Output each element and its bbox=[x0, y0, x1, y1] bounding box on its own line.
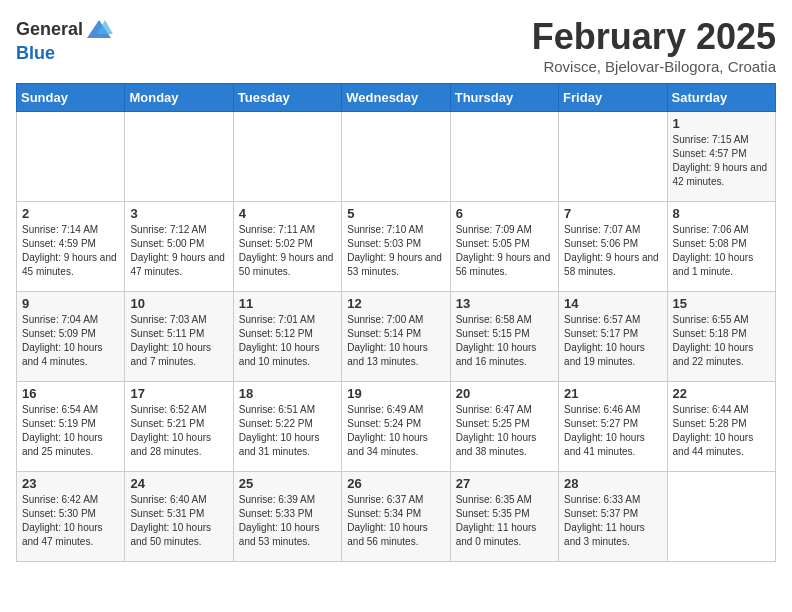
day-number: 20 bbox=[456, 386, 553, 401]
day-info: Sunrise: 7:09 AM Sunset: 5:05 PM Dayligh… bbox=[456, 223, 553, 279]
day-number: 25 bbox=[239, 476, 336, 491]
day-number: 18 bbox=[239, 386, 336, 401]
day-info: Sunrise: 7:12 AM Sunset: 5:00 PM Dayligh… bbox=[130, 223, 227, 279]
calendar-cell: 14Sunrise: 6:57 AM Sunset: 5:17 PM Dayli… bbox=[559, 292, 667, 382]
day-number: 1 bbox=[673, 116, 770, 131]
day-info: Sunrise: 7:10 AM Sunset: 5:03 PM Dayligh… bbox=[347, 223, 444, 279]
calendar-cell: 1Sunrise: 7:15 AM Sunset: 4:57 PM Daylig… bbox=[667, 112, 775, 202]
week-row-2: 2Sunrise: 7:14 AM Sunset: 4:59 PM Daylig… bbox=[17, 202, 776, 292]
calendar-cell bbox=[450, 112, 558, 202]
week-row-4: 16Sunrise: 6:54 AM Sunset: 5:19 PM Dayli… bbox=[17, 382, 776, 472]
day-info: Sunrise: 6:49 AM Sunset: 5:24 PM Dayligh… bbox=[347, 403, 444, 459]
day-number: 8 bbox=[673, 206, 770, 221]
day-info: Sunrise: 7:11 AM Sunset: 5:02 PM Dayligh… bbox=[239, 223, 336, 279]
calendar-cell bbox=[17, 112, 125, 202]
day-number: 11 bbox=[239, 296, 336, 311]
day-number: 13 bbox=[456, 296, 553, 311]
day-number: 3 bbox=[130, 206, 227, 221]
day-number: 4 bbox=[239, 206, 336, 221]
calendar-cell: 23Sunrise: 6:42 AM Sunset: 5:30 PM Dayli… bbox=[17, 472, 125, 562]
week-row-5: 23Sunrise: 6:42 AM Sunset: 5:30 PM Dayli… bbox=[17, 472, 776, 562]
calendar-cell: 27Sunrise: 6:35 AM Sunset: 5:35 PM Dayli… bbox=[450, 472, 558, 562]
week-row-1: 1Sunrise: 7:15 AM Sunset: 4:57 PM Daylig… bbox=[17, 112, 776, 202]
header-friday: Friday bbox=[559, 84, 667, 112]
day-info: Sunrise: 6:39 AM Sunset: 5:33 PM Dayligh… bbox=[239, 493, 336, 549]
header-saturday: Saturday bbox=[667, 84, 775, 112]
day-info: Sunrise: 7:06 AM Sunset: 5:08 PM Dayligh… bbox=[673, 223, 770, 279]
day-number: 22 bbox=[673, 386, 770, 401]
calendar-cell: 7Sunrise: 7:07 AM Sunset: 5:06 PM Daylig… bbox=[559, 202, 667, 292]
day-info: Sunrise: 6:55 AM Sunset: 5:18 PM Dayligh… bbox=[673, 313, 770, 369]
day-info: Sunrise: 7:15 AM Sunset: 4:57 PM Dayligh… bbox=[673, 133, 770, 189]
week-row-3: 9Sunrise: 7:04 AM Sunset: 5:09 PM Daylig… bbox=[17, 292, 776, 382]
title-area: February 2025 Rovisce, Bjelovar-Bilogora… bbox=[532, 16, 776, 75]
day-info: Sunrise: 6:52 AM Sunset: 5:21 PM Dayligh… bbox=[130, 403, 227, 459]
day-info: Sunrise: 6:54 AM Sunset: 5:19 PM Dayligh… bbox=[22, 403, 119, 459]
calendar-cell: 28Sunrise: 6:33 AM Sunset: 5:37 PM Dayli… bbox=[559, 472, 667, 562]
header-wednesday: Wednesday bbox=[342, 84, 450, 112]
day-info: Sunrise: 6:40 AM Sunset: 5:31 PM Dayligh… bbox=[130, 493, 227, 549]
logo-blue-text: Blue bbox=[16, 44, 55, 64]
calendar-cell: 8Sunrise: 7:06 AM Sunset: 5:08 PM Daylig… bbox=[667, 202, 775, 292]
day-number: 5 bbox=[347, 206, 444, 221]
calendar-cell: 24Sunrise: 6:40 AM Sunset: 5:31 PM Dayli… bbox=[125, 472, 233, 562]
day-number: 21 bbox=[564, 386, 661, 401]
day-info: Sunrise: 7:00 AM Sunset: 5:14 PM Dayligh… bbox=[347, 313, 444, 369]
calendar-cell: 12Sunrise: 7:00 AM Sunset: 5:14 PM Dayli… bbox=[342, 292, 450, 382]
header-thursday: Thursday bbox=[450, 84, 558, 112]
day-info: Sunrise: 6:44 AM Sunset: 5:28 PM Dayligh… bbox=[673, 403, 770, 459]
calendar-cell: 18Sunrise: 6:51 AM Sunset: 5:22 PM Dayli… bbox=[233, 382, 341, 472]
day-number: 27 bbox=[456, 476, 553, 491]
calendar-cell bbox=[125, 112, 233, 202]
calendar-cell bbox=[342, 112, 450, 202]
calendar-cell: 10Sunrise: 7:03 AM Sunset: 5:11 PM Dayli… bbox=[125, 292, 233, 382]
day-number: 16 bbox=[22, 386, 119, 401]
day-number: 10 bbox=[130, 296, 227, 311]
calendar-cell: 22Sunrise: 6:44 AM Sunset: 5:28 PM Dayli… bbox=[667, 382, 775, 472]
calendar-cell bbox=[233, 112, 341, 202]
day-number: 6 bbox=[456, 206, 553, 221]
day-number: 9 bbox=[22, 296, 119, 311]
month-title: February 2025 bbox=[532, 16, 776, 58]
day-info: Sunrise: 7:04 AM Sunset: 5:09 PM Dayligh… bbox=[22, 313, 119, 369]
calendar-cell: 21Sunrise: 6:46 AM Sunset: 5:27 PM Dayli… bbox=[559, 382, 667, 472]
header-monday: Monday bbox=[125, 84, 233, 112]
day-number: 2 bbox=[22, 206, 119, 221]
logo-general-text: General bbox=[16, 20, 83, 40]
logo-icon bbox=[85, 16, 113, 44]
calendar-cell: 26Sunrise: 6:37 AM Sunset: 5:34 PM Dayli… bbox=[342, 472, 450, 562]
calendar-table: Sunday Monday Tuesday Wednesday Thursday… bbox=[16, 83, 776, 562]
day-number: 15 bbox=[673, 296, 770, 311]
logo: General Blue bbox=[16, 16, 113, 64]
calendar-cell: 17Sunrise: 6:52 AM Sunset: 5:21 PM Dayli… bbox=[125, 382, 233, 472]
calendar-cell: 9Sunrise: 7:04 AM Sunset: 5:09 PM Daylig… bbox=[17, 292, 125, 382]
calendar-cell: 5Sunrise: 7:10 AM Sunset: 5:03 PM Daylig… bbox=[342, 202, 450, 292]
day-number: 24 bbox=[130, 476, 227, 491]
calendar-cell: 19Sunrise: 6:49 AM Sunset: 5:24 PM Dayli… bbox=[342, 382, 450, 472]
day-info: Sunrise: 7:01 AM Sunset: 5:12 PM Dayligh… bbox=[239, 313, 336, 369]
calendar-cell: 25Sunrise: 6:39 AM Sunset: 5:33 PM Dayli… bbox=[233, 472, 341, 562]
calendar-cell: 16Sunrise: 6:54 AM Sunset: 5:19 PM Dayli… bbox=[17, 382, 125, 472]
day-number: 14 bbox=[564, 296, 661, 311]
day-info: Sunrise: 6:37 AM Sunset: 5:34 PM Dayligh… bbox=[347, 493, 444, 549]
calendar-cell bbox=[667, 472, 775, 562]
calendar-cell: 4Sunrise: 7:11 AM Sunset: 5:02 PM Daylig… bbox=[233, 202, 341, 292]
calendar-cell: 15Sunrise: 6:55 AM Sunset: 5:18 PM Dayli… bbox=[667, 292, 775, 382]
day-info: Sunrise: 6:51 AM Sunset: 5:22 PM Dayligh… bbox=[239, 403, 336, 459]
day-number: 12 bbox=[347, 296, 444, 311]
day-number: 23 bbox=[22, 476, 119, 491]
page-header: General Blue February 2025 Rovisce, Bjel… bbox=[16, 16, 776, 75]
day-info: Sunrise: 6:46 AM Sunset: 5:27 PM Dayligh… bbox=[564, 403, 661, 459]
day-number: 17 bbox=[130, 386, 227, 401]
day-number: 28 bbox=[564, 476, 661, 491]
day-info: Sunrise: 6:33 AM Sunset: 5:37 PM Dayligh… bbox=[564, 493, 661, 549]
day-number: 26 bbox=[347, 476, 444, 491]
day-info: Sunrise: 6:35 AM Sunset: 5:35 PM Dayligh… bbox=[456, 493, 553, 549]
day-info: Sunrise: 6:57 AM Sunset: 5:17 PM Dayligh… bbox=[564, 313, 661, 369]
calendar-cell: 6Sunrise: 7:09 AM Sunset: 5:05 PM Daylig… bbox=[450, 202, 558, 292]
calendar-cell: 20Sunrise: 6:47 AM Sunset: 5:25 PM Dayli… bbox=[450, 382, 558, 472]
day-info: Sunrise: 6:42 AM Sunset: 5:30 PM Dayligh… bbox=[22, 493, 119, 549]
calendar-cell bbox=[559, 112, 667, 202]
calendar-cell: 2Sunrise: 7:14 AM Sunset: 4:59 PM Daylig… bbox=[17, 202, 125, 292]
day-info: Sunrise: 6:47 AM Sunset: 5:25 PM Dayligh… bbox=[456, 403, 553, 459]
